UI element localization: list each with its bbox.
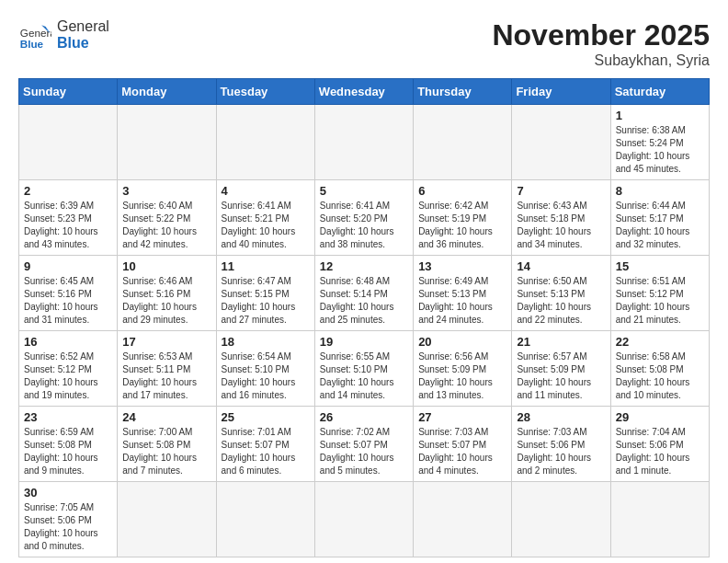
calendar-week-row: 9Sunrise: 6:45 AM Sunset: 5:16 PM Daylig… (19, 256, 710, 331)
calendar-day-cell (610, 482, 709, 557)
day-info: Sunrise: 6:54 AM Sunset: 5:10 PM Dayligh… (222, 350, 310, 402)
day-info: Sunrise: 6:47 AM Sunset: 5:15 PM Dayligh… (222, 275, 310, 327)
day-info: Sunrise: 6:38 AM Sunset: 5:24 PM Dayligh… (616, 124, 704, 176)
day-of-week-header: Friday (512, 79, 610, 105)
day-number: 13 (418, 259, 506, 273)
day-number: 4 (222, 184, 310, 198)
day-info: Sunrise: 6:41 AM Sunset: 5:20 PM Dayligh… (320, 200, 408, 251)
title-section: November 2025 Subaykhan, Syria (492, 18, 710, 69)
day-number: 27 (418, 410, 506, 424)
day-number: 9 (24, 259, 112, 273)
calendar-day-cell: 15Sunrise: 6:51 AM Sunset: 5:12 PM Dayli… (610, 256, 709, 331)
day-info: Sunrise: 6:51 AM Sunset: 5:12 PM Dayligh… (616, 275, 704, 327)
calendar-day-cell: 6Sunrise: 6:42 AM Sunset: 5:19 PM Daylig… (414, 180, 512, 256)
day-of-week-header: Thursday (414, 79, 512, 105)
calendar-day-cell: 7Sunrise: 6:43 AM Sunset: 5:18 PM Daylig… (512, 180, 610, 256)
day-info: Sunrise: 6:56 AM Sunset: 5:09 PM Dayligh… (418, 350, 506, 402)
calendar-day-cell: 25Sunrise: 7:01 AM Sunset: 5:07 PM Dayli… (216, 407, 314, 482)
day-number: 17 (122, 335, 210, 349)
calendar-day-cell: 5Sunrise: 6:41 AM Sunset: 5:20 PM Daylig… (314, 180, 413, 256)
day-info: Sunrise: 7:04 AM Sunset: 5:06 PM Dayligh… (616, 426, 704, 477)
day-number: 15 (616, 259, 704, 273)
day-number: 18 (222, 335, 310, 349)
day-number: 22 (616, 335, 704, 349)
calendar-header-row: SundayMondayTuesdayWednesdayThursdayFrid… (19, 79, 710, 105)
day-number: 5 (320, 184, 408, 198)
day-info: Sunrise: 6:46 AM Sunset: 5:16 PM Dayligh… (122, 275, 210, 327)
calendar-week-row: 23Sunrise: 6:59 AM Sunset: 5:08 PM Dayli… (19, 407, 710, 482)
day-info: Sunrise: 6:58 AM Sunset: 5:08 PM Dayligh… (616, 350, 704, 402)
calendar-day-cell (414, 105, 512, 180)
day-number: 11 (222, 259, 310, 273)
calendar-day-cell: 9Sunrise: 6:45 AM Sunset: 5:16 PM Daylig… (19, 256, 118, 331)
day-number: 29 (616, 410, 704, 424)
day-number: 7 (517, 184, 605, 198)
day-info: Sunrise: 7:03 AM Sunset: 5:06 PM Dayligh… (517, 426, 605, 477)
calendar-day-cell: 19Sunrise: 6:55 AM Sunset: 5:10 PM Dayli… (314, 331, 413, 407)
calendar-day-cell: 14Sunrise: 6:50 AM Sunset: 5:13 PM Dayli… (512, 256, 610, 331)
calendar-day-cell: 17Sunrise: 6:53 AM Sunset: 5:11 PM Dayli… (118, 331, 216, 407)
day-number: 28 (517, 410, 605, 424)
day-number: 24 (122, 410, 210, 424)
month-title: November 2025 (492, 18, 710, 52)
day-of-week-header: Tuesday (216, 79, 314, 105)
day-info: Sunrise: 6:49 AM Sunset: 5:13 PM Dayligh… (418, 275, 506, 327)
calendar-week-row: 30Sunrise: 7:05 AM Sunset: 5:06 PM Dayli… (19, 482, 710, 557)
day-number: 14 (517, 259, 605, 273)
day-number: 25 (222, 410, 310, 424)
calendar-day-cell: 16Sunrise: 6:52 AM Sunset: 5:12 PM Dayli… (19, 331, 118, 407)
day-info: Sunrise: 7:01 AM Sunset: 5:07 PM Dayligh… (222, 426, 310, 477)
calendar-day-cell (512, 105, 610, 180)
calendar-day-cell: 10Sunrise: 6:46 AM Sunset: 5:16 PM Dayli… (118, 256, 216, 331)
day-info: Sunrise: 6:39 AM Sunset: 5:23 PM Dayligh… (24, 200, 112, 251)
calendar-day-cell (216, 105, 314, 180)
day-info: Sunrise: 6:57 AM Sunset: 5:09 PM Dayligh… (517, 350, 605, 402)
logo-icon: General Blue (18, 18, 51, 52)
day-info: Sunrise: 6:40 AM Sunset: 5:22 PM Dayligh… (122, 200, 210, 251)
day-number: 3 (122, 184, 210, 198)
day-number: 19 (320, 335, 408, 349)
calendar-day-cell (512, 482, 610, 557)
day-info: Sunrise: 7:02 AM Sunset: 5:07 PM Dayligh… (320, 426, 408, 477)
day-number: 26 (320, 410, 408, 424)
day-info: Sunrise: 6:52 AM Sunset: 5:12 PM Dayligh… (24, 350, 112, 402)
calendar-day-cell: 20Sunrise: 6:56 AM Sunset: 5:09 PM Dayli… (414, 331, 512, 407)
day-info: Sunrise: 6:55 AM Sunset: 5:10 PM Dayligh… (320, 350, 408, 402)
day-number: 16 (24, 335, 112, 349)
calendar-day-cell: 23Sunrise: 6:59 AM Sunset: 5:08 PM Dayli… (19, 407, 118, 482)
day-number: 12 (320, 259, 408, 273)
day-info: Sunrise: 6:45 AM Sunset: 5:16 PM Dayligh… (24, 275, 112, 327)
logo-blue-text: Blue (57, 35, 89, 51)
calendar-day-cell: 4Sunrise: 6:41 AM Sunset: 5:21 PM Daylig… (216, 180, 314, 256)
calendar-day-cell: 18Sunrise: 6:54 AM Sunset: 5:10 PM Dayli… (216, 331, 314, 407)
calendar-day-cell: 2Sunrise: 6:39 AM Sunset: 5:23 PM Daylig… (19, 180, 118, 256)
calendar-day-cell: 27Sunrise: 7:03 AM Sunset: 5:07 PM Dayli… (414, 407, 512, 482)
calendar-week-row: 16Sunrise: 6:52 AM Sunset: 5:12 PM Dayli… (19, 331, 710, 407)
calendar-day-cell: 24Sunrise: 7:00 AM Sunset: 5:08 PM Dayli… (118, 407, 216, 482)
day-info: Sunrise: 6:41 AM Sunset: 5:21 PM Dayligh… (222, 200, 310, 251)
calendar-day-cell: 1Sunrise: 6:38 AM Sunset: 5:24 PM Daylig… (610, 105, 709, 180)
calendar-day-cell: 12Sunrise: 6:48 AM Sunset: 5:14 PM Dayli… (314, 256, 413, 331)
day-info: Sunrise: 6:53 AM Sunset: 5:11 PM Dayligh… (122, 350, 210, 402)
calendar-day-cell: 30Sunrise: 7:05 AM Sunset: 5:06 PM Dayli… (19, 482, 118, 557)
day-number: 30 (24, 486, 112, 500)
day-of-week-header: Sunday (19, 79, 118, 105)
calendar-day-cell: 13Sunrise: 6:49 AM Sunset: 5:13 PM Dayli… (414, 256, 512, 331)
day-number: 10 (122, 259, 210, 273)
calendar-day-cell (118, 482, 216, 557)
day-info: Sunrise: 7:05 AM Sunset: 5:06 PM Dayligh… (24, 501, 112, 553)
day-info: Sunrise: 6:43 AM Sunset: 5:18 PM Dayligh… (517, 200, 605, 251)
day-info: Sunrise: 6:44 AM Sunset: 5:17 PM Dayligh… (616, 200, 704, 251)
calendar-week-row: 1Sunrise: 6:38 AM Sunset: 5:24 PM Daylig… (19, 105, 710, 180)
page-header: General Blue General Blue November 2025 … (18, 18, 710, 69)
calendar-day-cell: 28Sunrise: 7:03 AM Sunset: 5:06 PM Dayli… (512, 407, 610, 482)
calendar-table: SundayMondayTuesdayWednesdayThursdayFrid… (18, 78, 710, 557)
day-of-week-header: Wednesday (314, 79, 413, 105)
day-number: 1 (616, 109, 704, 122)
day-info: Sunrise: 6:59 AM Sunset: 5:08 PM Dayligh… (24, 426, 112, 477)
day-number: 20 (418, 335, 506, 349)
day-of-week-header: Monday (118, 79, 216, 105)
calendar-day-cell: 29Sunrise: 7:04 AM Sunset: 5:06 PM Dayli… (610, 407, 709, 482)
calendar-week-row: 2Sunrise: 6:39 AM Sunset: 5:23 PM Daylig… (19, 180, 710, 256)
day-number: 2 (24, 184, 112, 198)
